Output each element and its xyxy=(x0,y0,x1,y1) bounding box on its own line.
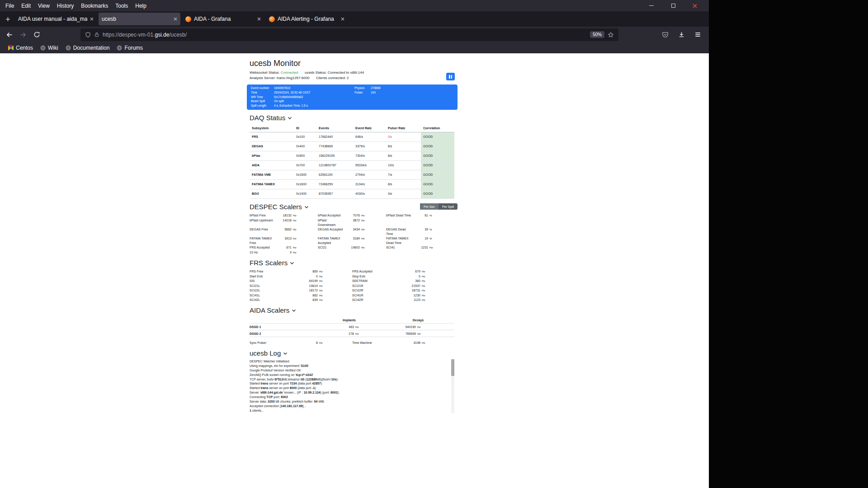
scaler-mode-button[interactable]: Per Spill xyxy=(439,203,458,210)
pause-icon xyxy=(449,75,450,79)
despec-scalers-heading[interactable]: DESPEC Scalers Per SecPer Spill xyxy=(250,203,458,211)
scaler-mode-button[interactable]: Per Sec xyxy=(420,203,439,210)
frs-scalers-heading-label: FRS Scalers xyxy=(250,259,288,267)
window-close-icon[interactable] xyxy=(688,0,702,13)
daq-events: 1219800787 xyxy=(316,160,353,170)
aida-dssd-label: DSSD 1 xyxy=(250,324,316,330)
scaler-reading: Sync Pulser 8 Hz xyxy=(250,340,352,345)
log-scrollbar[interactable] xyxy=(451,359,454,413)
browser-tab[interactable]: ucesb xyxy=(99,13,180,25)
daq-id: 0x100 xyxy=(294,132,316,141)
event-info-value-right: 194 xyxy=(371,90,458,95)
daq-correlation-badge: GOOD xyxy=(421,170,454,179)
daq-row: FRS 0x100 17662440 646/s 0/s GOOD xyxy=(250,132,454,141)
bookmark-item[interactable]: Documentation xyxy=(62,45,113,51)
menubar-item[interactable]: History xyxy=(53,3,77,9)
menubar-item[interactable]: Tools xyxy=(112,3,132,9)
reload-button[interactable] xyxy=(30,28,43,42)
tab-close-icon[interactable] xyxy=(174,17,177,21)
scaler-unit: Hz xyxy=(420,279,428,283)
downloads-button[interactable] xyxy=(675,28,688,42)
daq-event-rate: 2794/s xyxy=(353,170,386,179)
event-info-row: Beam Spill On spill xyxy=(251,99,458,103)
download-icon xyxy=(678,31,685,38)
daq-events: 156225155 xyxy=(316,151,353,160)
app-menu-button[interactable] xyxy=(691,28,704,42)
globe-icon xyxy=(66,45,71,51)
daq-id: 0x1500 xyxy=(294,170,316,179)
browser-tab[interactable]: AIDA - Grafana xyxy=(182,13,264,25)
websocket-status-label: Websocket Status: xyxy=(250,70,280,75)
scaler-value: 64199 xyxy=(303,279,318,283)
scaler-unit: Hz xyxy=(318,341,325,345)
menubar-item[interactable]: Help xyxy=(132,3,150,9)
menubar-item[interactable]: Edit xyxy=(18,3,34,9)
aida-scalers-heading[interactable]: AIDA Scalers xyxy=(250,306,458,314)
zoom-indicator[interactable]: 50% xyxy=(590,31,604,38)
daq-column-header: Subsystem xyxy=(250,124,294,132)
pocket-icon xyxy=(662,31,669,38)
scaler-label: SCI41L xyxy=(250,293,303,298)
tab-close-icon[interactable] xyxy=(341,17,344,21)
bookmark-item[interactable]: Wiki xyxy=(37,45,62,51)
browser-tab[interactable]: AIDA Alerting - Grafana xyxy=(266,13,348,25)
menu-bar: File Edit View History Bookmarks Tools H… xyxy=(0,0,709,11)
grafana-favicon-icon xyxy=(185,16,191,22)
url-bar[interactable]: https://despec-vm-01.gsi.de/ucesb/ 50% xyxy=(80,28,618,41)
scaler-label: bPlast Dead Time xyxy=(386,213,414,218)
ucesb-log-heading[interactable]: ucesb Log xyxy=(250,349,458,357)
scaler-unit: Hz xyxy=(420,269,428,274)
tab-close-icon[interactable] xyxy=(257,17,261,21)
scaler-value: 14218 xyxy=(278,218,292,223)
daq-id: 0x400 xyxy=(294,141,316,151)
pocket-save-button[interactable] xyxy=(658,28,672,42)
daq-status-heading[interactable]: DAQ Status xyxy=(250,114,458,122)
daq-events: 87035957 xyxy=(316,189,353,198)
scaler-label: FATIMA TAMEX Dead Time xyxy=(386,236,414,245)
back-button[interactable] xyxy=(3,28,16,42)
aida-implants-value: 463 xyxy=(316,325,354,328)
scaler-reading: SCI41L 862 Hz xyxy=(250,293,352,297)
aida-extra-scalers: Sync Pulser 8 Hz Time Machine 3198 Hz xyxy=(250,340,458,345)
chevron-down-icon xyxy=(283,352,288,355)
tracking-shield-icon[interactable] xyxy=(85,32,91,38)
menubar-item[interactable]: File xyxy=(2,3,18,9)
tab-title: ucesb xyxy=(102,16,171,22)
pause-button[interactable] xyxy=(446,73,455,80)
scaler-reading: SCI42R 1123 Hz xyxy=(352,298,455,302)
scaler-value: 18172 xyxy=(303,288,318,293)
scaler-reading: bPlast Dead Time 61 % xyxy=(386,213,454,218)
daq-pulser-rate: 8/s xyxy=(386,179,421,189)
daq-pulser-rate: 8/s xyxy=(386,141,421,151)
log-line: DESPEC Watcher Initialised xyxy=(250,359,449,364)
menubar-item[interactable]: View xyxy=(34,3,53,9)
lock-icon[interactable] xyxy=(94,32,99,38)
event-info-value-right: 278868 xyxy=(371,86,458,90)
window-minimize-icon[interactable] xyxy=(645,0,658,13)
daq-row: DEGAS 0x400 77438665 3375/s 8/s GOOD xyxy=(250,141,454,151)
bookmark-item[interactable]: Centos xyxy=(5,45,37,51)
aida-implants-header: Implants xyxy=(316,317,382,324)
bookmark-item[interactable]: Forums xyxy=(113,45,146,51)
log-scrollbar-thumb[interactable] xyxy=(451,359,454,376)
scaler-mode-toggle: Per SecPer Spill xyxy=(420,203,458,210)
aida-decays-value: 540150 xyxy=(382,325,416,328)
forward-button[interactable] xyxy=(16,28,30,42)
scaler-reading xyxy=(318,250,386,255)
menubar-item[interactable]: Bookmarks xyxy=(77,3,112,9)
tab-close-icon[interactable] xyxy=(90,17,94,21)
bookmark-star-icon[interactable] xyxy=(608,32,614,38)
window-maximize-icon[interactable] xyxy=(666,0,680,13)
bookmarks-bar: Centos Wiki Documentation Forums xyxy=(0,42,709,53)
forward-arrow-icon xyxy=(19,31,27,38)
plus-icon xyxy=(5,16,11,22)
scaler-value: 61 xyxy=(414,213,428,218)
frs-scalers-heading[interactable]: FRS Scalers xyxy=(250,259,458,267)
scaler-reading: FATIMA TAMEX Dead Time 19 % xyxy=(386,236,454,245)
scaler-label: bPlast Accepted xyxy=(318,213,346,218)
browser-tab[interactable]: AIDA user manual - aida_man... xyxy=(15,13,97,25)
daq-correlation-badge: GOOD xyxy=(421,179,454,189)
new-tab-button[interactable] xyxy=(1,13,14,25)
log-output: DESPEC Watcher InitialisedUsing mappings… xyxy=(250,359,454,413)
scaler-value: 21537 xyxy=(406,284,420,288)
